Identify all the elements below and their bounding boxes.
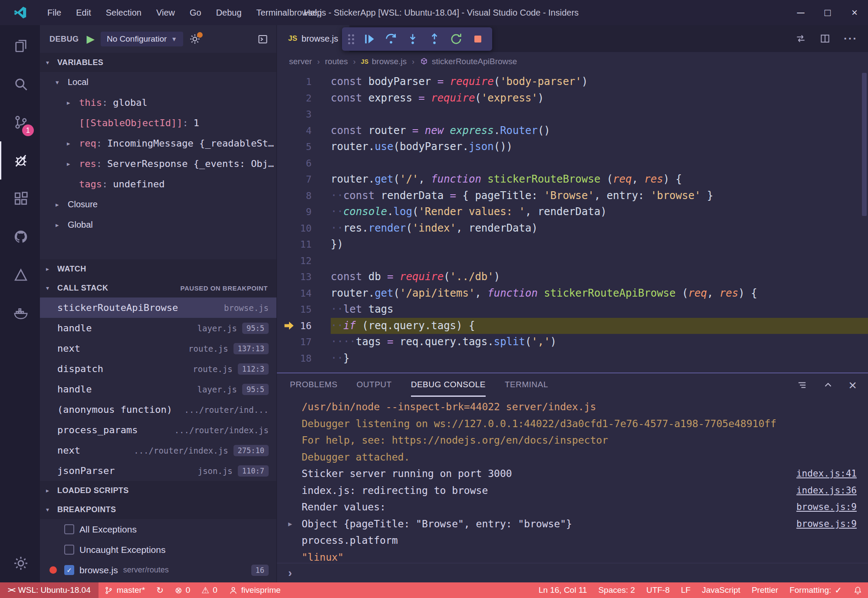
extensions-icon[interactable] <box>0 180 40 218</box>
editor-gutter[interactable]: 18 <box>277 350 331 367</box>
editor-gutter[interactable]: 6 <box>277 155 331 172</box>
watch-section-header[interactable]: ▸ WATCH <box>40 259 276 278</box>
call-stack-frame[interactable]: dispatchroute.js112:3 <box>40 359 276 379</box>
debug-config-dropdown[interactable]: No Configuratior ▼ <box>101 32 183 46</box>
editor-gutter[interactable]: 9 <box>277 204 331 220</box>
open-changes-icon[interactable] <box>795 33 806 44</box>
restart-icon[interactable] <box>445 27 467 51</box>
status-encoding[interactable]: UTF-8 <box>641 582 675 598</box>
call-stack-frame[interactable]: nextroute.js137:13 <box>40 338 276 359</box>
menu-debug[interactable]: Debug <box>209 0 249 25</box>
stop-icon[interactable] <box>467 27 489 51</box>
call-stack-frame[interactable]: process_params.../router/index.js <box>40 420 276 440</box>
configure-launch-gear-icon[interactable] <box>189 33 201 45</box>
loaded-scripts-section-header[interactable]: ▸ LOADED SCRIPTS <box>40 481 276 500</box>
variables-section-header[interactable]: ▾ VARIABLES <box>40 53 276 72</box>
code-line-9[interactable]: 9··console.log('Render values: ', render… <box>277 204 868 220</box>
code-line-18[interactable]: 18··} <box>277 350 868 367</box>
drag-handle-icon[interactable] <box>348 34 354 44</box>
status-language-mode[interactable]: JavaScript <box>696 582 746 598</box>
variable-row[interactable]: tags:undefined <box>40 174 276 194</box>
code-line-4[interactable]: 4const router = new express.Router() <box>277 123 868 139</box>
breakpoints-section-header[interactable]: ▾ BREAKPOINTS <box>40 500 276 519</box>
status-eol[interactable]: LF <box>675 582 696 598</box>
status-sync[interactable]: ↻ <box>151 582 169 598</box>
variable-row[interactable]: ▸req:IncomingMessage {_readableSt… <box>40 133 276 154</box>
minimize-button[interactable]: ─ <box>787 0 814 25</box>
editor-gutter[interactable]: 10 <box>277 220 331 237</box>
split-editor-icon[interactable] <box>819 33 831 44</box>
code-line-17[interactable]: 17····tags = req.query.tags.split(',') <box>277 334 868 350</box>
code-line-7[interactable]: 7router.get('/', function stickerRouteBr… <box>277 171 868 188</box>
maximize-panel-chevron-icon[interactable] <box>822 379 834 391</box>
step-into-icon[interactable] <box>402 27 424 51</box>
editor-gutter[interactable]: 16 <box>277 318 331 334</box>
more-actions-icon[interactable]: ··· <box>844 33 858 44</box>
breakpoint-item[interactable]: Uncaught Exceptions <box>40 539 276 560</box>
status-formatting[interactable]: Formatting:✓ <box>784 582 848 598</box>
open-debug-console-icon[interactable] <box>257 33 269 45</box>
panel-tab-terminal[interactable]: TERMINAL <box>505 373 548 397</box>
editor-gutter[interactable]: 12 <box>277 253 331 269</box>
breakpoint-checkbox[interactable]: ✓ <box>64 565 74 575</box>
step-out-icon[interactable] <box>424 27 445 51</box>
menu-edit[interactable]: Edit <box>69 0 98 25</box>
code-line-6[interactable]: 6 <box>277 155 868 172</box>
editor-gutter[interactable]: 4 <box>277 123 331 139</box>
azure-icon[interactable] <box>0 256 40 294</box>
scope-local[interactable]: ▾Local <box>40 72 276 92</box>
code-line-10[interactable]: 10··res.render('index', renderData) <box>277 220 868 237</box>
editor-scrollbar[interactable] <box>862 73 867 216</box>
editor-gutter[interactable]: 15 <box>277 301 331 318</box>
expand-object-chevron-icon[interactable]: ▸ <box>288 519 292 529</box>
search-icon[interactable] <box>0 65 40 103</box>
explorer-icon[interactable] <box>0 27 40 65</box>
status-branch[interactable]: master* <box>99 582 151 598</box>
scope-global[interactable]: ▸Global <box>40 215 276 235</box>
breakpoint-item[interactable]: All Exceptions <box>40 519 276 539</box>
start-debugging-button[interactable]: ▶ <box>87 33 95 45</box>
call-stack-frame[interactable]: handlelayer.js95:5 <box>40 379 276 399</box>
menu-file[interactable]: File <box>40 0 69 25</box>
source-location-link[interactable]: browse.js:9 <box>788 502 857 512</box>
editor-gutter[interactable]: 13 <box>277 269 331 285</box>
settings-icon[interactable] <box>0 544 40 582</box>
code-line-1[interactable]: 1const bodyParser = require('body-parser… <box>277 74 868 90</box>
status-account[interactable]: fiveisprime <box>223 582 286 598</box>
variable-row[interactable]: ▸res:ServerResponse {_events: Obj… <box>40 154 276 174</box>
github-icon[interactable] <box>0 218 40 256</box>
source-control-icon[interactable]: 1 <box>0 103 40 141</box>
status-prettier[interactable]: Prettier <box>746 582 784 598</box>
scope-closure[interactable]: ▸Closure <box>40 194 276 215</box>
code-line-2[interactable]: 2const express = require('express') <box>277 90 868 107</box>
code-line-16[interactable]: 16··if (req.query.tags) { <box>277 318 868 334</box>
maximize-button[interactable]: □ <box>814 0 841 25</box>
editor-gutter[interactable]: 5 <box>277 139 331 155</box>
code-editor[interactable]: 1const bodyParser = require('body-parser… <box>277 71 868 373</box>
status-remote[interactable]: ><WSL: Ubuntu-18.04 <box>0 582 99 598</box>
code-line-15[interactable]: 15··let tags <box>277 301 868 318</box>
breadcrumb-item-stickerrouteapibrowse[interactable]: stickerRouteApiBrowse <box>420 57 517 66</box>
editor-gutter[interactable]: 1 <box>277 74 331 90</box>
code-line-11[interactable]: 11}) <box>277 236 868 253</box>
call-stack-frame[interactable]: handlelayer.js95:5 <box>40 318 276 338</box>
breadcrumb-item-routes[interactable]: routes <box>325 57 348 66</box>
close-button[interactable]: × <box>841 0 868 25</box>
breadcrumb-item-browse-js[interactable]: JSbrowse.js <box>361 57 407 66</box>
code-line-12[interactable]: 12 <box>277 253 868 269</box>
status-errors[interactable]: ⊗0 <box>169 582 196 598</box>
debug-console-input[interactable]: › <box>277 563 868 582</box>
editor-gutter[interactable]: 8 <box>277 188 331 204</box>
call-stack-section-header[interactable]: ▾ CALL STACK PAUSED ON BREAKPOINT <box>40 278 276 297</box>
editor-gutter[interactable]: 14 <box>277 285 331 302</box>
call-stack-frame[interactable]: (anonymous function).../router/ind... <box>40 399 276 420</box>
call-stack-frame[interactable]: jsonParserjson.js110:7 <box>40 461 276 481</box>
code-line-8[interactable]: 8··const renderData = { pageTitle: 'Brow… <box>277 188 868 204</box>
docker-icon[interactable] <box>0 294 40 332</box>
source-location-link[interactable]: browse.js:9 <box>788 519 857 529</box>
code-line-14[interactable]: 14router.get('/api/items', function stic… <box>277 285 868 302</box>
breakpoint-checkbox[interactable] <box>64 524 74 534</box>
code-line-13[interactable]: 13const db = require('../db') <box>277 269 868 285</box>
debug-icon[interactable] <box>0 141 40 180</box>
status-warnings[interactable]: ⚠0 <box>196 582 223 598</box>
